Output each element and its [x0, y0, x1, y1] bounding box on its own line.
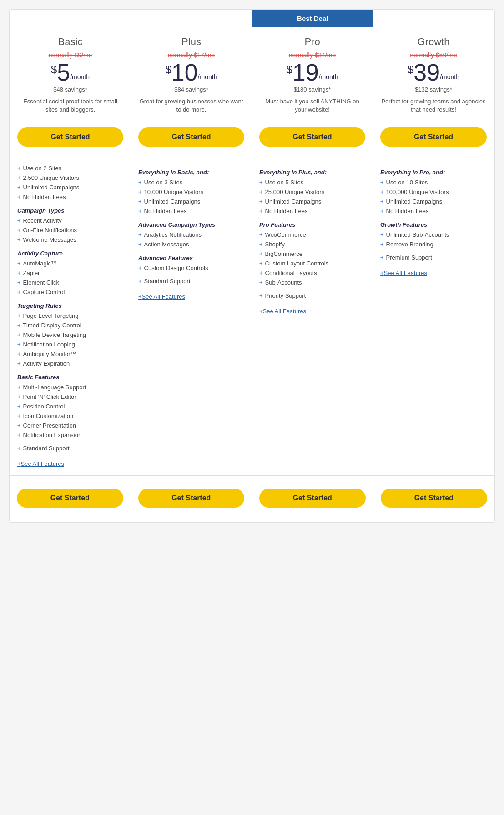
- get-started-bottom-pro[interactable]: Get Started: [259, 489, 366, 508]
- feature-plus-icon: +: [138, 231, 142, 238]
- feature-item: + Ambiguity Monitor™: [17, 349, 123, 359]
- feature-item: + Multi-Language Support: [17, 382, 123, 392]
- feature-item: + Action Messages: [138, 239, 244, 249]
- extra-feature-item: + Standard Support: [17, 443, 123, 453]
- see-all-link-growth[interactable]: See All Features: [380, 270, 427, 276]
- feature-plus-icon: +: [17, 270, 21, 276]
- feature-plus-icon: +: [380, 188, 384, 195]
- feature-item: + Unlimited Campaigns: [138, 197, 244, 206]
- feature-plus-icon: +: [17, 403, 21, 410]
- feature-item: + Use on 10 Sites: [380, 178, 487, 187]
- price-amount-basic: 5: [57, 61, 70, 84]
- price-amount-growth: 39: [413, 61, 440, 84]
- feature-item: + Analytics Notifications: [138, 230, 244, 239]
- feature-item: + Point 'N' Click Editor: [17, 392, 123, 402]
- feature-item: + Activity Expiration: [17, 359, 123, 368]
- see-all-link-basic[interactable]: See All Features: [17, 460, 64, 467]
- feature-item: + 10,000 Unique Visitors: [138, 187, 244, 197]
- feature-plus-icon: +: [138, 188, 142, 195]
- feature-plus-icon: +: [259, 179, 263, 186]
- price-period-plus: /month: [198, 73, 217, 81]
- get-started-top-growth[interactable]: Get Started: [380, 127, 487, 147]
- banner-spacer-4: [373, 10, 495, 27]
- feature-plus-icon: +: [380, 208, 384, 214]
- feature-plus-icon: +: [259, 270, 263, 276]
- feature-plus-icon: +: [259, 208, 263, 214]
- section-header-basic: Activity Capture: [17, 250, 123, 257]
- plan-header-pro: Pro normally $34/mo $ 19 /month $180 sav…: [252, 27, 373, 156]
- price-dollar-basic: $: [51, 63, 57, 76]
- plan-features-basic: + Use on 2 Sites + 2,500 Unique Visitors…: [10, 156, 131, 475]
- section-header-basic: Campaign Types: [17, 207, 123, 214]
- plan-description-pro: Must-have if you sell ANYTHING on your w…: [259, 97, 365, 120]
- savings-pro: $180 savings*: [259, 86, 365, 93]
- feature-plus-icon: +: [17, 341, 21, 348]
- feature-item: + On-Fire Notifications: [17, 225, 123, 235]
- feature-item: + Use on 3 Sites: [138, 178, 244, 187]
- savings-growth: $132 savings*: [380, 86, 487, 93]
- feature-plus-icon: +: [17, 445, 21, 452]
- price-row-basic: $ 5 /month: [17, 61, 123, 84]
- feature-item: + Sub-Accounts: [259, 278, 365, 287]
- plan-description-plus: Great for growing businesses who want to…: [138, 97, 244, 120]
- feature-plus-icon: +: [17, 236, 21, 243]
- feature-plus-icon: +: [17, 432, 21, 438]
- feature-item: + 25,000 Unique Visitors: [259, 187, 365, 197]
- feature-item: + Unlimited Campaigns: [17, 183, 123, 192]
- feature-item: + Remove Branding: [380, 239, 487, 249]
- plan-column-growth: Growth normally $50/mo $ 39 /month $132 …: [373, 27, 494, 475]
- savings-plus: $84 savings*: [138, 86, 244, 93]
- feature-item: + Unlimited Campaigns: [380, 197, 487, 206]
- feature-plus-icon: +: [17, 351, 21, 357]
- plan-description-basic: Essential social proof tools for small s…: [17, 97, 123, 120]
- feature-item: + Page Level Targeting: [17, 311, 123, 321]
- feature-item: + No Hidden Fees: [380, 206, 487, 216]
- price-amount-pro: 19: [292, 61, 319, 84]
- feature-plus-icon: +: [17, 413, 21, 419]
- see-all-link-pro[interactable]: See All Features: [259, 308, 306, 315]
- feature-plus-icon: +: [380, 241, 384, 248]
- feature-item: + Zapier: [17, 268, 123, 278]
- price-row-plus: $ 10 /month: [138, 61, 244, 84]
- best-deal-label: Best Deal: [297, 15, 328, 22]
- plan-features-growth: Everything in Pro, and: + Use on 10 Site…: [373, 156, 494, 284]
- feature-item: + Custom Layout Controls: [259, 259, 365, 268]
- feature-item: + Use on 2 Sites: [17, 163, 123, 173]
- get-started-top-pro[interactable]: Get Started: [259, 127, 365, 147]
- feature-plus-icon: +: [380, 254, 384, 261]
- get-started-bottom-growth[interactable]: Get Started: [381, 489, 488, 508]
- price-dollar-growth: $: [408, 63, 413, 76]
- price-dollar-plus: $: [165, 63, 171, 76]
- feature-item: + Corner Presentation: [17, 421, 123, 430]
- feature-plus-icon: +: [17, 360, 21, 367]
- feature-plus-icon: +: [138, 241, 142, 248]
- plan-features-pro: Everything in Plus, and: + Use on 5 Site…: [252, 156, 373, 322]
- get-started-top-basic[interactable]: Get Started: [17, 127, 123, 147]
- feature-plus-icon: +: [17, 194, 21, 200]
- feature-item: + Conditional Layouts: [259, 268, 365, 278]
- feature-item: + No Hidden Fees: [138, 206, 244, 216]
- best-deal-banner: Best Deal: [252, 10, 373, 27]
- feature-plus-icon: +: [259, 198, 263, 205]
- feature-item: + Welcome Messages: [17, 235, 123, 244]
- footer-cell-pro: Get Started: [252, 483, 373, 515]
- feature-item: + Unlimited Campaigns: [259, 197, 365, 206]
- feature-plus-icon: +: [259, 292, 263, 299]
- feature-item: + No Hidden Fees: [259, 206, 365, 216]
- banner-spacer-1: [10, 10, 131, 27]
- get-started-bottom-plus[interactable]: Get Started: [138, 489, 245, 508]
- price-period-basic: /month: [70, 73, 90, 81]
- see-all-link-plus[interactable]: See All Features: [138, 293, 185, 300]
- plan-description-growth: Perfect for growing teams and agencies t…: [380, 97, 487, 120]
- get-started-bottom-basic[interactable]: Get Started: [17, 489, 123, 508]
- features-intro-plus: Everything in Basic, and:: [138, 169, 244, 176]
- feature-item: + Unlimited Sub-Accounts: [380, 230, 487, 239]
- feature-plus-icon: +: [138, 278, 142, 285]
- extra-feature-item: + Standard Support: [138, 276, 244, 286]
- feature-item: + 100,000 Unique Visitors: [380, 187, 487, 197]
- price-row-pro: $ 19 /month: [259, 61, 365, 84]
- footer-cell-plus: Get Started: [131, 483, 252, 515]
- section-header-basic: Basic Features: [17, 374, 123, 381]
- get-started-top-plus[interactable]: Get Started: [138, 127, 244, 147]
- feature-item: + Capture Control: [17, 287, 123, 297]
